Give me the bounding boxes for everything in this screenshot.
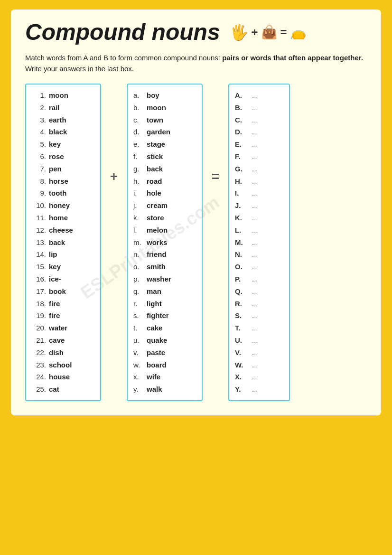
item-letter: c. — [133, 114, 144, 126]
list-item: 9.tooth — [32, 187, 94, 199]
item-letter: k. — [133, 212, 144, 224]
column-c: A....B....C....D....E....F....G....H....… — [228, 84, 290, 401]
item-letter: i. — [133, 187, 144, 199]
col-mid-plus: + — [107, 84, 121, 184]
answer-dots: ... — [252, 261, 258, 273]
list-item: i.hole — [133, 187, 196, 199]
page-title: Compound nouns — [25, 19, 220, 45]
answer-dots: ... — [252, 138, 258, 151]
answer-item: H.... — [235, 175, 283, 188]
item-word: key — [49, 261, 61, 273]
list-item: s.fighter — [133, 310, 196, 322]
answer-item: Y.... — [235, 383, 283, 395]
item-word: light — [147, 298, 162, 310]
answer-dots: ... — [252, 175, 258, 188]
item-word: cave — [49, 334, 65, 347]
column-b: a.boyb.moonc.townd.gardene.stagef.stickg… — [127, 84, 203, 401]
answer-item: S.... — [235, 310, 283, 322]
list-item: 3.earth — [32, 114, 94, 126]
answer-item: T.... — [235, 322, 283, 334]
answer-dots: ... — [252, 224, 258, 236]
item-word: stick — [147, 151, 163, 163]
answer-letter: C. — [235, 114, 249, 126]
item-num: 5. — [32, 138, 46, 151]
answer-letter: B. — [235, 102, 249, 114]
answer-item: F.... — [235, 151, 283, 163]
item-word: boy — [147, 89, 159, 102]
hand-icon: 🖐️ — [230, 23, 249, 41]
item-num: 14. — [32, 248, 46, 261]
plus-icon: + — [252, 26, 258, 39]
item-letter: b. — [133, 102, 144, 114]
item-letter: x. — [133, 371, 144, 383]
answer-dots: ... — [252, 151, 258, 163]
item-word: quake — [147, 334, 167, 347]
item-word: fire — [49, 310, 60, 322]
item-word: dish — [49, 347, 64, 359]
item-letter: w. — [133, 359, 144, 371]
answer-dots: ... — [252, 371, 258, 383]
item-word: earth — [49, 114, 66, 126]
answer-letter: F. — [235, 151, 249, 163]
answer-dots: ... — [252, 126, 258, 138]
item-num: 23. — [32, 359, 46, 371]
item-num: 19. — [32, 310, 46, 322]
list-item: b.moon — [133, 102, 196, 114]
list-item: 22.dish — [32, 347, 94, 359]
list-item: 14.lip — [32, 248, 94, 261]
answer-item: B.... — [235, 102, 283, 114]
col-mid-equals: = — [208, 84, 223, 184]
mid-plus: + — [110, 169, 118, 184]
list-item: x.wife — [133, 371, 196, 383]
handbag-icon: 👝 — [290, 24, 307, 40]
columns-area: 1.moon2.rail3.earth4.black5.key6.rose7.p… — [25, 84, 367, 401]
item-letter: l. — [133, 224, 144, 236]
item-num: 4. — [32, 126, 46, 138]
item-word: garden — [147, 126, 170, 138]
bag-icon: 👜 — [261, 24, 278, 40]
equals-icon: = — [280, 26, 287, 39]
answer-dots: ... — [252, 310, 258, 322]
item-letter: q. — [133, 285, 144, 298]
list-item: n.friend — [133, 248, 196, 261]
answer-item: E.... — [235, 138, 283, 151]
answer-letter: O. — [235, 261, 249, 273]
answer-item: D.... — [235, 126, 283, 138]
list-item: o.smith — [133, 261, 196, 273]
list-item: d.garden — [133, 126, 196, 138]
item-num: 11. — [32, 212, 46, 224]
list-item: 24.house — [32, 371, 94, 383]
item-num: 10. — [32, 199, 46, 212]
item-word: school — [49, 359, 72, 371]
answer-letter: T. — [235, 322, 249, 334]
answer-dots: ... — [252, 248, 258, 261]
answer-dots: ... — [252, 163, 258, 175]
answer-item: G.... — [235, 163, 283, 175]
list-item: 16.ice- — [32, 273, 94, 285]
item-word: honey — [49, 199, 70, 212]
list-item: c.town — [133, 114, 196, 126]
item-num: 17. — [32, 285, 46, 298]
list-item: v.paste — [133, 347, 196, 359]
item-word: fire — [49, 298, 60, 310]
item-num: 20. — [32, 322, 46, 334]
answer-item: W.... — [235, 359, 283, 371]
item-word: store — [147, 212, 164, 224]
answer-dots: ... — [252, 273, 258, 285]
item-word: cake — [147, 322, 162, 334]
item-num: 25. — [32, 383, 46, 395]
list-item: e.stage — [133, 138, 196, 151]
list-item: 7.pen — [32, 163, 94, 175]
list-item: l.melon — [133, 224, 196, 236]
answer-dots: ... — [252, 347, 258, 359]
answer-letter: P. — [235, 273, 249, 285]
item-word: pen — [49, 163, 62, 175]
item-num: 21. — [32, 334, 46, 347]
answer-dots: ... — [252, 89, 258, 102]
list-item: 11.home — [32, 212, 94, 224]
answer-dots: ... — [252, 199, 258, 212]
list-item: m.works — [133, 236, 196, 249]
list-item: u.quake — [133, 334, 196, 347]
item-word: washer — [147, 273, 171, 285]
item-word: cheese — [49, 224, 73, 236]
